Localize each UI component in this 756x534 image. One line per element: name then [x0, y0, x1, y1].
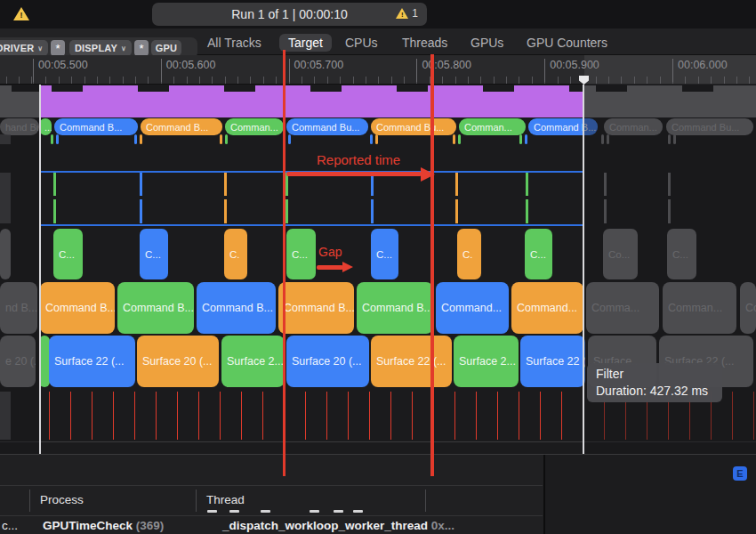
ruler-label: 00:05.800: [416, 59, 471, 82]
column-separator[interactable]: [29, 490, 30, 512]
encoder-block[interactable]: C.: [457, 229, 481, 279]
filter-tooltip-duration: Duration: 427.32 ms: [596, 383, 713, 400]
command-buffer-block[interactable]: Command B...: [40, 282, 115, 334]
encoder-block[interactable]: C...: [371, 229, 398, 279]
instrument-button-gpu[interactable]: GPU: [151, 40, 181, 56]
ruler-label: 00:05.600: [161, 59, 216, 82]
surface-block[interactable]: Surface 22 (...: [520, 336, 585, 387]
warning-count: 1: [412, 7, 418, 20]
event-tick: [51, 134, 53, 144]
tab-target[interactable]: Target: [279, 34, 332, 52]
thread-column-header[interactable]: Thread: [206, 493, 245, 506]
command-buffer-pill[interactable]: Command B...: [141, 118, 222, 135]
clipped-row-mark: [353, 510, 363, 514]
gap-label: Gap: [318, 245, 342, 259]
encoder-block[interactable]: C.: [224, 229, 247, 279]
event-tick: [526, 173, 528, 223]
event-tick: [56, 134, 59, 144]
event-tick: [140, 134, 142, 144]
command-buffer-block[interactable]: Command B...: [117, 282, 194, 334]
tab-gpu-counters[interactable]: GPU Counters: [527, 34, 607, 52]
column-separator[interactable]: [425, 490, 426, 512]
event-tick: [525, 134, 527, 144]
command-buffer-block[interactable]: Command B...: [278, 282, 354, 334]
event-tick: [371, 173, 374, 223]
event-tick: [455, 173, 458, 223]
column-separator[interactable]: [196, 490, 197, 512]
filter-tooltip: Filter Duration: 427.32 ms: [587, 363, 722, 402]
process-column-header[interactable]: Process: [40, 493, 84, 506]
chevron-down-icon: ∨: [121, 44, 126, 53]
reported-time-arrow: [286, 172, 422, 176]
inspection-line-start[interactable]: [283, 50, 286, 476]
run-status-pill[interactable]: Run 1 of 1 | 00:00:10 ! 1: [152, 3, 427, 26]
event-tick: [370, 134, 373, 144]
gap-arrowhead: [342, 262, 353, 272]
command-buffer-pill[interactable]: ...: [39, 118, 52, 135]
vsync-notches: [40, 85, 583, 92]
inspection-line-end[interactable]: [430, 54, 434, 476]
title-bar: ! Run 1 of 1 | 00:00:10 ! 1: [0, 0, 756, 28]
filter-end-line[interactable]: [583, 85, 584, 454]
tab-threads[interactable]: Threads: [402, 34, 447, 52]
instrument-options-button[interactable]: *: [134, 40, 149, 56]
command-buffer-pill[interactable]: Comman...: [459, 118, 526, 135]
event-tick: [286, 173, 288, 223]
clipped-row-mark: [229, 510, 239, 514]
event-tick: [220, 134, 222, 144]
table-row[interactable]: c... GPUTimeCheck (369) _dispatch_worklo…: [0, 516, 543, 534]
event-tick: [224, 173, 227, 223]
command-buffer-pill[interactable]: Comman...: [225, 118, 284, 135]
encoder-block[interactable]: C...: [525, 229, 552, 279]
event-tick: [134, 134, 137, 144]
clipped-row-mark: [207, 510, 217, 514]
instruments-window: ! Run 1 of 1 | 00:00:10 ! 1 DRIVER∨DISPL…: [0, 0, 756, 534]
surface-block[interactable]: Surface 22 (...: [371, 336, 452, 387]
event-tick: [225, 134, 228, 144]
tab-cpus[interactable]: CPUs: [345, 34, 378, 52]
extended-detail-badge[interactable]: E: [733, 466, 747, 481]
tab-all-tracks[interactable]: All Tracks: [207, 34, 261, 52]
encoder-block[interactable]: C...: [53, 229, 83, 279]
command-buffer-pill[interactable]: Command B...: [54, 118, 138, 135]
run-label: Run 1 of 1 | 00:00:10: [231, 7, 348, 21]
instrument-options-button[interactable]: *: [51, 40, 65, 56]
event-tick: [140, 173, 142, 223]
event-tick: [458, 134, 461, 144]
command-buffer-block[interactable]: Command...: [436, 282, 509, 334]
gap-arrow: [317, 265, 343, 270]
instrument-button-display[interactable]: DISPLAY∨: [69, 40, 132, 56]
surface-block[interactable]: Surface 2...: [221, 336, 285, 387]
warning-icon: !: [396, 8, 408, 19]
command-buffer-pill[interactable]: Command Bu...: [286, 118, 368, 135]
process-cell: GPUTimeCheck (369): [43, 519, 164, 532]
detail-panel: Process Thread c... GPUTimeCheck (369) _…: [0, 454, 756, 534]
interval-track-bottom-border: [40, 224, 584, 226]
clipped-row-mark: [334, 510, 343, 514]
filter-dim-left: [0, 85, 39, 454]
surface-block[interactable]: Surface 22 (...: [49, 336, 135, 387]
filter-start-line[interactable]: [39, 85, 41, 454]
clipped-row-mark: [261, 510, 270, 514]
clipped-row-mark: [310, 510, 319, 514]
detail-side-pane: E: [543, 455, 756, 534]
instrument-button-driver[interactable]: DRIVER∨: [0, 40, 48, 56]
warning-icon[interactable]: !: [13, 7, 29, 24]
track-toolbar: DRIVER∨DISPLAY∨GPU** All TracksTargetCPU…: [0, 28, 756, 55]
command-buffer-pill[interactable]: Command Bu...: [371, 118, 456, 135]
run-warning-badge[interactable]: ! 1: [396, 7, 418, 20]
encoder-block[interactable]: C...: [286, 229, 316, 279]
command-buffer-block[interactable]: Command...: [511, 282, 583, 334]
surface-block[interactable]: Surface 20 (...: [286, 336, 369, 387]
command-buffer-block[interactable]: Command B...: [357, 282, 433, 334]
tab-gpus[interactable]: GPUs: [470, 34, 503, 52]
ruler-label: 00:05.700: [289, 59, 344, 82]
surface-block[interactable]: Surface 20 (...: [137, 336, 219, 387]
surface-block[interactable]: Surface 2...: [454, 336, 519, 387]
event-tick: [453, 134, 455, 144]
command-buffer-block[interactable]: Command B...: [197, 282, 276, 334]
row-leading-cell: c...: [2, 519, 18, 532]
vsync-track-segment[interactable]: [40, 85, 583, 117]
ruler-label: 00:05.500: [33, 59, 88, 82]
encoder-block[interactable]: C...: [140, 229, 168, 279]
